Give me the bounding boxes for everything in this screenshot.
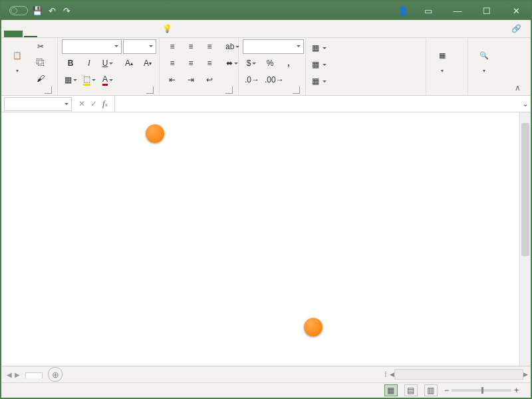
editing-icon: 🔍 xyxy=(475,47,493,65)
decrease-indent-button[interactable]: ⇤ xyxy=(164,72,181,87)
group-editing-label xyxy=(472,94,508,95)
formula-bar-row: ✕ ✓ fx ⌄ xyxy=(1,96,531,112)
conditional-formatting-button[interactable]: ▦ xyxy=(310,41,418,55)
alignment-dialog-icon[interactable] xyxy=(225,86,233,94)
merge-button[interactable]: ⬌ xyxy=(223,56,241,70)
group-clipboard-label xyxy=(5,94,53,95)
underline-button[interactable]: U xyxy=(99,56,116,70)
undo-icon[interactable]: ↶ xyxy=(47,5,57,16)
redo-icon[interactable]: ↷ xyxy=(61,5,72,16)
callout-1 xyxy=(304,318,323,336)
new-sheet-button[interactable]: ⊕ xyxy=(48,367,63,382)
align-middle-button[interactable]: ≡ xyxy=(182,39,200,54)
tab-review[interactable] xyxy=(112,31,125,37)
tab-formulas[interactable] xyxy=(82,31,96,37)
save-icon[interactable]: 💾 xyxy=(32,5,43,16)
expand-formula-bar-icon[interactable]: ⌄ xyxy=(520,99,531,108)
zoom-in-button[interactable]: + xyxy=(514,386,519,395)
callout-2 xyxy=(146,124,164,143)
name-box[interactable] xyxy=(4,97,72,111)
paste-button[interactable]: 📋 ▾ xyxy=(5,39,29,80)
group-alignment-label xyxy=(164,94,234,95)
tab-view[interactable] xyxy=(126,31,140,37)
lightbulb-icon: 💡 xyxy=(162,24,172,33)
italic-button[interactable]: I xyxy=(80,56,98,70)
border-button[interactable]: ▦ xyxy=(62,72,79,87)
font-name-select[interactable] xyxy=(62,39,122,54)
insert-function-button[interactable]: fx xyxy=(102,98,108,109)
app-window: 💾 ↶ ↷ 👤 ▭ — ☐ ✕ 💡 🔗 xyxy=(0,0,532,399)
number-dialog-icon[interactable] xyxy=(293,86,300,94)
copy-button[interactable]: ⿻ xyxy=(32,55,49,70)
increase-decimal-button[interactable]: .0→ xyxy=(243,72,261,87)
grow-font-button[interactable]: A▴ xyxy=(120,56,138,70)
table-icon: ▦ xyxy=(312,60,319,69)
ribbon-tabs: 💡 🔗 xyxy=(1,20,531,38)
align-left-button[interactable]: ≡ xyxy=(164,56,181,70)
align-top-button[interactable]: ≡ xyxy=(164,39,181,54)
horizontal-scrollbar[interactable]: ⁞ ◀ ▶ xyxy=(382,370,531,379)
fill-color-button[interactable]: ⬚ xyxy=(80,72,98,87)
close-button[interactable]: ✕ xyxy=(501,1,531,20)
formula-bar[interactable] xyxy=(114,96,520,112)
format-painter-button[interactable]: 🖌 xyxy=(32,71,49,86)
normal-view-button[interactable]: ▦ xyxy=(384,384,398,396)
tell-me[interactable]: 💡 xyxy=(156,21,182,37)
zoom-slider[interactable] xyxy=(452,389,511,392)
ribbon: 📋 ▾ ✂ ⿻ 🖌 B I xyxy=(1,38,531,96)
wrap-text-button[interactable]: ↩ xyxy=(201,72,218,87)
number-format-select[interactable] xyxy=(243,39,304,54)
status-bar: ▦ ▤ ▥ − + xyxy=(1,382,531,398)
sheet-nav-prev-icon[interactable]: ◀ xyxy=(7,371,12,378)
editing-button[interactable]: 🔍 ▾ xyxy=(472,39,496,80)
cell-styles-button[interactable]: ▦ xyxy=(310,74,418,88)
comma-format-button[interactable]: , xyxy=(280,56,297,70)
sheet-nav-next-icon[interactable]: ▶ xyxy=(15,371,20,378)
bold-button[interactable]: B xyxy=(62,56,79,70)
increase-indent-button[interactable]: ⇥ xyxy=(182,72,200,87)
cells-button[interactable]: ▦ ▾ xyxy=(430,39,454,80)
vertical-scrollbar[interactable] xyxy=(519,112,531,366)
maximize-button[interactable]: ☐ xyxy=(472,1,501,20)
collapse-ribbon-button[interactable]: ∧ xyxy=(512,38,523,95)
cut-button[interactable]: ✂ xyxy=(32,39,49,54)
worksheet-grid xyxy=(1,112,531,366)
font-size-select[interactable] xyxy=(123,39,156,54)
tab-file[interactable] xyxy=(4,31,23,37)
cond-format-icon: ▦ xyxy=(312,43,319,53)
align-right-button[interactable]: ≡ xyxy=(201,56,218,70)
clipboard-dialog-icon[interactable] xyxy=(45,86,52,94)
enter-formula-icon[interactable]: ✓ xyxy=(90,99,97,108)
tab-data[interactable] xyxy=(97,31,110,37)
cell-styles-icon: ▦ xyxy=(312,76,319,86)
format-table-button[interactable]: ▦ xyxy=(310,57,418,72)
sheet-tab-active[interactable] xyxy=(25,372,43,378)
font-color-button[interactable]: A xyxy=(99,72,116,87)
share-button[interactable]: 🔗 xyxy=(505,21,528,37)
align-bottom-button[interactable]: ≡ xyxy=(201,39,218,54)
user-account[interactable]: 👤 xyxy=(388,5,414,16)
autosave-toggle[interactable] xyxy=(7,6,28,15)
orientation-button[interactable]: ab xyxy=(223,39,241,54)
ribbon-options-button[interactable]: ▭ xyxy=(414,1,443,20)
page-layout-view-button[interactable]: ▤ xyxy=(404,384,418,396)
cancel-formula-icon[interactable]: ✕ xyxy=(78,99,85,108)
accounting-format-button[interactable]: $ xyxy=(243,56,260,70)
user-avatar-icon: 👤 xyxy=(398,5,408,16)
tab-help[interactable] xyxy=(141,31,154,37)
zoom-out-button[interactable]: − xyxy=(444,386,449,395)
autosave-pill xyxy=(9,6,28,15)
shrink-font-button[interactable]: A▾ xyxy=(139,56,156,70)
minimize-button[interactable]: — xyxy=(443,1,472,20)
tab-insert[interactable] xyxy=(39,31,52,37)
cells-icon: ▦ xyxy=(433,47,452,65)
decrease-decimal-button[interactable]: .00→ xyxy=(263,72,286,87)
font-dialog-icon[interactable] xyxy=(146,86,154,94)
align-center-button[interactable]: ≡ xyxy=(182,56,200,70)
tab-home[interactable] xyxy=(24,31,37,37)
tab-pagelayout[interactable] xyxy=(68,31,81,37)
page-break-view-button[interactable]: ▥ xyxy=(424,384,438,396)
tab-draw[interactable] xyxy=(53,31,66,37)
titlebar: 💾 ↶ ↷ 👤 ▭ — ☐ ✕ xyxy=(1,1,531,20)
percent-format-button[interactable]: % xyxy=(261,56,279,70)
